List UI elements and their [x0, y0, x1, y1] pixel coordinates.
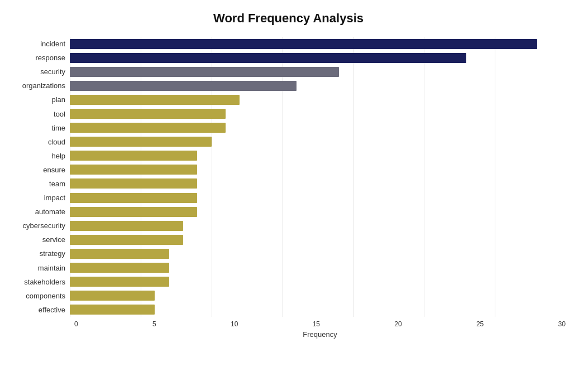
bar-row	[70, 122, 566, 134]
bar-row	[70, 206, 566, 218]
y-label: automate	[35, 208, 65, 215]
bar	[70, 221, 183, 231]
y-label: impact	[44, 194, 65, 201]
x-ticks: 051015202530	[74, 320, 566, 328]
bar	[70, 235, 183, 245]
y-label: organizations	[22, 82, 65, 89]
y-label: components	[26, 292, 65, 300]
bar-row	[70, 52, 566, 64]
bar	[70, 95, 240, 105]
y-label: security	[40, 68, 65, 75]
chart-container: Word Frequency Analysis incidentresponse…	[0, 0, 588, 391]
bar	[70, 291, 155, 301]
x-axis-label: Frequency	[74, 330, 566, 339]
bar-row	[70, 94, 566, 106]
bar	[70, 39, 537, 49]
bar	[70, 137, 212, 147]
y-label: plan	[51, 96, 65, 103]
bar	[70, 263, 169, 273]
bar	[70, 81, 297, 91]
x-tick: 25	[476, 320, 484, 328]
bar-row	[70, 262, 566, 274]
chart-title: Word Frequency Analysis	[11, 11, 566, 26]
bar	[70, 178, 197, 189]
bar-row	[70, 289, 566, 302]
x-axis-area: 051015202530 Frequency	[74, 320, 566, 339]
x-tick: 5	[152, 320, 156, 328]
y-label: cybersecurity	[22, 222, 65, 229]
bar-row	[70, 108, 566, 120]
bars-and-grid	[70, 37, 566, 317]
y-label: stakeholders	[24, 278, 65, 286]
y-label: service	[42, 236, 65, 243]
bar-row	[70, 220, 566, 232]
y-label: strategy	[40, 250, 65, 257]
y-label: cloud	[48, 138, 65, 146]
y-label: time	[51, 124, 65, 132]
bar	[70, 249, 169, 259]
chart-area: incidentresponsesecurityorganizationspla…	[11, 37, 566, 339]
bar	[70, 165, 197, 175]
x-tick: 15	[313, 320, 320, 328]
y-label: maintain	[38, 264, 65, 272]
bar	[70, 305, 155, 315]
y-label: ensure	[43, 166, 65, 173]
bar-row	[70, 163, 566, 176]
bar	[70, 277, 169, 287]
bar-row	[70, 38, 566, 50]
bar-row	[70, 66, 566, 78]
bar	[70, 193, 197, 203]
bar	[70, 109, 226, 119]
bar-row	[70, 248, 566, 260]
y-label: help	[51, 152, 65, 160]
y-label: effective	[39, 306, 65, 313]
x-tick: 0	[74, 320, 78, 328]
x-tick: 30	[558, 320, 566, 328]
bar-row	[70, 234, 566, 246]
y-label: team	[49, 180, 65, 187]
bar-row	[70, 80, 566, 92]
bar-row	[70, 276, 566, 288]
bar	[70, 53, 466, 63]
bar	[70, 207, 197, 217]
bar-row	[70, 303, 566, 316]
bar-row	[70, 136, 566, 148]
x-tick: 20	[394, 320, 401, 328]
y-labels: incidentresponsesecurityorganizationspla…	[11, 37, 70, 317]
bar-row	[70, 149, 566, 162]
bar-row	[70, 192, 566, 204]
bars-section: incidentresponsesecurityorganizationspla…	[11, 37, 566, 317]
y-label: response	[36, 54, 65, 61]
bar	[70, 123, 226, 133]
bar	[70, 151, 197, 161]
y-label: incident	[40, 40, 65, 47]
bar	[70, 67, 339, 77]
x-tick: 10	[231, 320, 238, 328]
bars-rows	[70, 37, 566, 317]
bar-row	[70, 177, 566, 190]
y-label: tool	[54, 110, 65, 118]
